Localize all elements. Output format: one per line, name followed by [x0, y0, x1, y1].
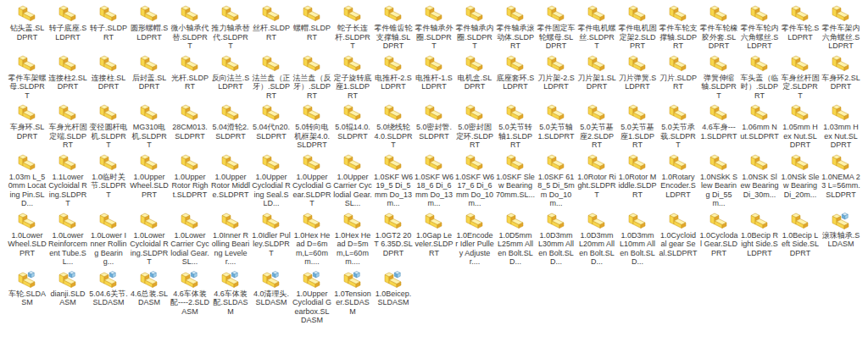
- file-item[interactable]: 5.0关节承载.SLDPRT: [658, 100, 698, 150]
- file-item[interactable]: 零件电机固定架2.SLDPRT: [617, 1, 658, 51]
- file-item[interactable]: 1.03mm Hex Nut.SLDPRT: [821, 100, 861, 150]
- file-item[interactable]: 5.0关节基座1.SLDPRT: [617, 100, 658, 150]
- file-item[interactable]: 连接柱2.SLDPRT: [47, 51, 88, 101]
- file-item[interactable]: 丝杆.SLDPRT: [251, 1, 292, 51]
- file-item[interactable]: 零件车架螺母.SLDPRT: [7, 51, 47, 101]
- file-item[interactable]: 光杆.SLDPRT: [170, 51, 210, 101]
- file-item[interactable]: 车身光杆固定端.SLDPRT: [47, 100, 88, 150]
- file-item[interactable]: 1.0NSk Slew Bearing Di_20m...: [780, 150, 821, 208]
- file-item[interactable]: 1.0Beicep.SLDASM: [373, 267, 414, 325]
- file-item[interactable]: 1.0Becip Right Side.SLDPRT: [739, 208, 780, 267]
- file-item[interactable]: 零件锥齿轮支撑轴.SLDPRT: [373, 1, 414, 51]
- file-item[interactable]: 推力轴承替代.SLDPRT: [210, 1, 251, 51]
- file-item[interactable]: 1.0Idler Pulley.SLDPRT: [251, 208, 292, 267]
- file-item[interactable]: 零件车轮橡胶外套.SLDPRT: [698, 1, 739, 51]
- file-item[interactable]: 1.0SKF W617_6 Di_6mm Do_10m...: [454, 150, 495, 208]
- file-item[interactable]: 4.6车身---1.SLDPRT: [698, 100, 739, 150]
- file-item[interactable]: 刀片弹簧.SLDPRT: [617, 51, 658, 101]
- file-item[interactable]: 微小轴承代替.SLDPRT: [170, 1, 210, 51]
- file-item[interactable]: 5.04代n20.SLDPRT: [251, 100, 292, 150]
- file-item[interactable]: 1.0Upper Cyclodial Gear.SLDPRT: [292, 150, 332, 208]
- file-item[interactable]: 1.0Upper Wheel.SLDPRT: [129, 150, 170, 208]
- file-item[interactable]: 零件车轮支撑轴.SLDPRT: [658, 1, 698, 51]
- file-item[interactable]: 5.0密封管.SLDPRT: [414, 100, 454, 150]
- file-item[interactable]: 电推杆-1.SLDPRT: [414, 51, 454, 101]
- file-item[interactable]: 零件轴承外圈.SLDPRT: [414, 1, 454, 51]
- file-item[interactable]: 零件车架内六角螺丝.SLDPRT: [821, 1, 861, 51]
- file-item[interactable]: 1.0GT2 20T 6.35D.SLDPRT: [373, 208, 414, 267]
- file-item[interactable]: 转子底座.SLDPRT: [47, 1, 88, 51]
- file-item[interactable]: 1.03m L_50mm Locating Pin.SLD...: [7, 150, 47, 208]
- file-item[interactable]: 4.6车体装配----2.SLDASM: [170, 267, 210, 325]
- file-item[interactable]: 零件轴承内圈.SLDPRT: [454, 1, 495, 51]
- file-item[interactable]: 1.0D3mm L20mm Allen Bolt.SLD...: [576, 208, 617, 267]
- file-item[interactable]: 4.6总装.SLDASM: [129, 267, 170, 325]
- file-item[interactable]: 转子.SLDPRT: [88, 1, 129, 51]
- file-item[interactable]: 5.0辊14.0.SLDPRT: [332, 100, 373, 150]
- file-item[interactable]: 1.0Hex Head D=6mm,L=60mm....: [292, 208, 332, 267]
- file-item[interactable]: 定子旋转底座1.SLDPRT: [332, 51, 373, 101]
- file-item[interactable]: 1.0Rotary Encoder.SLDPRT: [658, 150, 698, 208]
- file-item[interactable]: 1.0Inner Rolling Bearing Leveler....: [210, 208, 251, 267]
- file-item[interactable]: 1.0Gap Leveler.SLDPRT: [414, 208, 454, 267]
- file-item[interactable]: 5.0密封固定环.SLDPRT: [454, 100, 495, 150]
- file-item[interactable]: 刀片架1.SLDPRT: [576, 51, 617, 101]
- file-item[interactable]: 1.0NSkK Slew Bearing Di_55m...: [698, 150, 739, 208]
- file-item[interactable]: 1.0D3mm L10mm Allen Bolt.SLD...: [617, 208, 658, 267]
- file-item[interactable]: 1.0D5mm L25mm Allen Bolt.SLD...: [495, 208, 536, 267]
- file-item[interactable]: 1.06mm Nut.SLDPRT: [739, 100, 780, 150]
- file-item[interactable]: 车身丝杆固定.SLDPRT: [780, 51, 821, 101]
- file-item[interactable]: 连接柱.SLDPRT: [88, 51, 129, 101]
- file-item[interactable]: 1.0Lower Carrier Cyclodial Gear.SL...: [170, 208, 210, 267]
- file-item[interactable]: 5.04.6关节.SLDASM: [88, 267, 129, 325]
- file-item[interactable]: 1.0临时关节.SLDPRT: [88, 150, 129, 208]
- file-item[interactable]: 1.0Cycloidal gear Seal.SLDPRT: [658, 208, 698, 267]
- file-item[interactable]: 1.0SKF W619_5 Di_5mm Do_13m...: [373, 150, 414, 208]
- file-item[interactable]: 5.0转向电机框架4.0.SLDPRT: [292, 100, 332, 150]
- file-item[interactable]: 1.0D3mm L30mm Allen Bolt.SLD...: [536, 208, 576, 267]
- file-item[interactable]: 28CM013.SLDPRT: [170, 100, 210, 150]
- file-item[interactable]: 1.0SKF W618_6 Di_6mm Do_13m...: [414, 150, 454, 208]
- file-item[interactable]: 5.0绕线轮4.0.SLDPRT: [373, 100, 414, 150]
- file-item[interactable]: 零件电机螺丝.SLDPRT: [576, 1, 617, 51]
- file-item[interactable]: 电推杆-2.SLDPRT: [373, 51, 414, 101]
- file-item[interactable]: 零件固定车轮螺母.SLDPRT: [536, 1, 576, 51]
- file-item[interactable]: 蛇子长连杆.SLDPRT: [332, 1, 373, 51]
- file-item[interactable]: 1.0NSK Slew Bearing Di_30m...: [739, 150, 780, 208]
- file-item[interactable]: 反向法兰.SLDPRT: [210, 51, 251, 101]
- file-item[interactable]: 1.0Upper Carrier Cyclodial Gear.SL...: [332, 150, 373, 208]
- file-item[interactable]: 变径圆杆电机.SLDPRT: [88, 100, 129, 150]
- file-item[interactable]: 钻头盖.SLDPRT: [7, 1, 47, 51]
- file-item[interactable]: 1.0SKF Slew Bearing 70mm.SL...: [495, 150, 536, 208]
- file-item[interactable]: 1.0Encoder Idler Pulley Adjuster....: [454, 208, 495, 267]
- file-item[interactable]: 电机盒.SLDPRT: [454, 51, 495, 101]
- file-item[interactable]: 零件车轮内六角螺丝.SLDPRT: [739, 1, 780, 51]
- file-item[interactable]: 5.0关节基座2.SLDPRT: [576, 100, 617, 150]
- file-item[interactable]: 1.0Lower Cycloidal Ring.SLDPRT: [129, 208, 170, 267]
- file-item[interactable]: 1.0Upper Cyclodial Ring Seal.SLD...: [251, 150, 292, 208]
- file-item[interactable]: 弹簧伸缩轴.SLDPRT: [698, 51, 739, 101]
- file-item[interactable]: 1.0Cyclodal Gear.SLDPRT: [698, 208, 739, 267]
- file-item[interactable]: 车身环2.SLDPRT: [821, 51, 861, 101]
- file-item[interactable]: 1.0Rotor Right.SLDPRT: [576, 150, 617, 208]
- file-item[interactable]: 刀片.SLDPRT: [658, 51, 698, 101]
- file-item[interactable]: 1.05mm Hex Nut.SLDPRT: [780, 100, 821, 150]
- file-item[interactable]: 法兰盘（正牙）.SLDPRT: [251, 51, 292, 101]
- file-item[interactable]: 1.0Upper Rotor Middle.SLDPRT: [210, 150, 251, 208]
- file-item[interactable]: 1.0SKF 618_5 Di_5mm Do_10m...: [536, 150, 576, 208]
- file-item[interactable]: 车轮.SLDASM: [7, 267, 47, 325]
- file-item[interactable]: 1.0Tensioner.SLDASM: [332, 267, 373, 325]
- file-item[interactable]: 1.0Hex Head D=5mm,L=60mm....: [332, 208, 373, 267]
- file-item[interactable]: 1.0Rotor Middle.SLDPRT: [617, 150, 658, 208]
- file-item[interactable]: 1.0Lower Inner Rolling Bearing...: [88, 208, 129, 267]
- file-item[interactable]: 1.0Lower Wheel.SLDPRT: [7, 208, 47, 267]
- file-item[interactable]: 1.0Lower Reinforcement Tube.SL...: [47, 208, 88, 267]
- file-item[interactable]: 1.0Upper Cyclodial Gearbox.SLDASM: [292, 267, 332, 325]
- file-item[interactable]: 零件车轮.SLDPRT: [780, 1, 821, 51]
- file-item[interactable]: MG310电机.SLDPRT: [129, 100, 170, 150]
- file-item[interactable]: 5.0关节转轴1.SLDPRT: [495, 100, 536, 150]
- file-item[interactable]: 零件轴承滚动体.SLDPRT: [495, 1, 536, 51]
- file-item[interactable]: 法兰盘（反牙）.SLDPRT: [292, 51, 332, 101]
- file-item[interactable]: 5.04滑轮2.SLDPRT: [210, 100, 251, 150]
- file-item[interactable]: 1.0Becip Left Side.SLDPRT: [780, 208, 821, 267]
